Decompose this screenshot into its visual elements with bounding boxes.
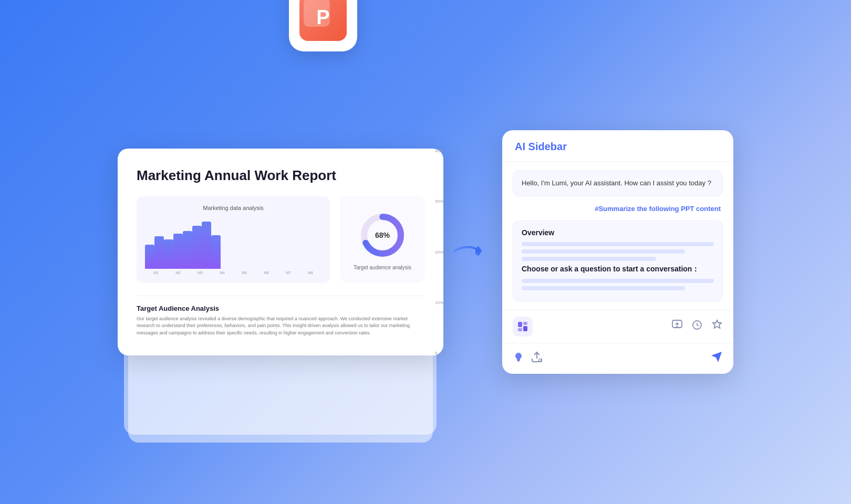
main-container: Marketing Annual Work Report Marketing d… <box>84 130 767 373</box>
ppt-app-icon: P <box>289 0 357 51</box>
direction-arrow <box>452 238 494 264</box>
summarize-tag-row: #Summarize the following PPT content <box>513 204 723 213</box>
audience-section: Target Audience Analysis Our target audi… <box>137 296 424 337</box>
bar-x-label: M2 <box>175 271 181 275</box>
ai-greeting-bubble: Hello, I'm Lumi, your AI assistant. How … <box>513 170 723 196</box>
send-button[interactable] <box>710 351 723 366</box>
sidebar-input-bar <box>502 343 733 374</box>
settings-icon[interactable] <box>711 319 723 333</box>
bar-chart <box>145 216 221 269</box>
charts-row: Marketing data analysis 40%30%20%10%0 M1… <box>137 196 424 283</box>
svg-text:68%: 68% <box>375 231 390 239</box>
bar-x-labels: M1M2M3M4M5M6M7M8 <box>145 271 321 275</box>
skeleton-line-3 <box>522 257 656 261</box>
question-prompt: Choose or ask a question to start a conv… <box>522 264 714 275</box>
donut-svg: 68% <box>356 209 409 261</box>
skeleton-line-2 <box>522 249 685 254</box>
lightbulb-icon[interactable] <box>513 351 524 365</box>
overview-title: Overview <box>522 228 714 237</box>
bar-x-label: M3 <box>198 271 203 275</box>
bar-item <box>164 239 173 269</box>
bar-item <box>202 222 211 269</box>
bar-y-label: 0 <box>435 351 443 355</box>
ppt-toolbar-icon <box>517 321 528 332</box>
bar-item <box>173 234 183 268</box>
history-icon[interactable] <box>691 319 703 333</box>
bar-item <box>183 231 192 269</box>
donut-container: 68% Target audience analysis <box>340 196 424 283</box>
ai-greeting-text: Hello, I'm Lumi, your AI assistant. How … <box>522 178 714 188</box>
sidebar-header: AI Sidebar <box>502 130 733 162</box>
ppt-app-icon-wrapper: P <box>289 0 357 51</box>
toolbar-right <box>671 319 723 333</box>
input-left <box>513 351 543 366</box>
svg-rect-15 <box>517 360 520 361</box>
bar-y-label: 40% <box>435 149 443 153</box>
bar-x-label: M8 <box>308 271 313 275</box>
svg-rect-4 <box>518 322 522 327</box>
sidebar-content: Hello, I'm Lumi, your AI assistant. How … <box>502 162 733 309</box>
svg-rect-5 <box>523 322 527 325</box>
sidebar-title: AI Sidebar <box>515 141 721 153</box>
bar-x-label: M5 <box>242 271 247 275</box>
bar-item <box>154 236 164 268</box>
toolbar-left <box>513 317 533 337</box>
bar-y-label: 30% <box>435 199 443 204</box>
svg-rect-16 <box>517 361 520 362</box>
app-icon-box[interactable] <box>513 317 533 337</box>
svg-rect-7 <box>523 326 527 331</box>
bar-item <box>145 245 154 269</box>
add-chat-icon[interactable] <box>671 319 683 333</box>
arrow-container <box>452 238 494 266</box>
donut-label: Target audience analysis <box>354 265 411 270</box>
bar-y-label: 20% <box>435 250 443 255</box>
bar-x-label: M6 <box>264 271 269 275</box>
summarize-label: #Summarize the following PPT content <box>595 205 721 213</box>
bar-x-label: M1 <box>153 271 159 275</box>
overview-card: Overview Choose or ask a question to sta… <box>513 220 723 301</box>
audience-title: Target Audience Analysis <box>137 304 424 312</box>
svg-marker-14 <box>713 320 721 328</box>
svg-rect-6 <box>518 328 522 331</box>
bar-x-label: M7 <box>286 271 291 275</box>
bar-y-label: 10% <box>435 300 443 305</box>
ppt-inner: P <box>299 0 347 41</box>
bar-item <box>211 235 221 268</box>
bar-chart-container: Marketing data analysis 40%30%20%10%0 M1… <box>137 196 330 283</box>
attachment-icon[interactable] <box>531 351 543 366</box>
skeleton-line-4 <box>522 279 714 283</box>
bar-chart-y-labels: 40%30%20%10%0 <box>435 149 443 356</box>
bar-chart-title: Marketing data analysis <box>145 205 321 211</box>
ai-sidebar: AI Sidebar Hello, I'm Lumi, your AI assi… <box>502 130 733 373</box>
bar-item <box>192 226 202 269</box>
slide-title: Marketing Annual Work Report <box>137 167 424 184</box>
skeleton-line-1 <box>522 242 714 246</box>
sidebar-toolbar <box>502 310 733 343</box>
slide-card: Marketing Annual Work Report Marketing d… <box>118 149 443 356</box>
skeleton-line-5 <box>522 286 685 290</box>
ppt-letter: P <box>316 6 329 29</box>
audience-text: Our target audience analysis revealed a … <box>137 316 424 337</box>
bar-x-label: M4 <box>220 271 225 275</box>
